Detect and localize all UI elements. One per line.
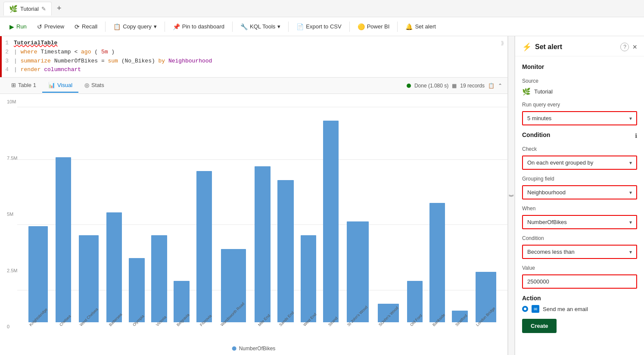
power-bi-label: Power BI: [367, 23, 390, 30]
send-email-radio[interactable]: ✉ Send me an email: [522, 305, 637, 313]
editor-collapse-arrows[interactable]: ⟫: [501, 40, 504, 48]
run-query-label: Run query every: [522, 102, 637, 108]
set-alert-button[interactable]: 🔔 Set alert: [401, 21, 440, 32]
alert-title-text: Set alert: [535, 43, 562, 51]
separator-5: [349, 22, 350, 32]
legend-dot: [232, 346, 236, 351]
legend-label: NumberOfBikes: [239, 346, 276, 352]
separator-6: [397, 22, 398, 32]
powerbi-icon: 🟡: [358, 23, 365, 30]
visual-tab-label: Visual: [57, 82, 72, 88]
tab-edit-icon[interactable]: ✎: [41, 6, 46, 12]
chart-bar: [56, 157, 72, 322]
results-status: Done (1.080 s) ▦ 19 records 📋 ⌃: [407, 83, 502, 89]
chart-bar-group: Knightsbridge: [24, 99, 52, 328]
run-query-dropdown[interactable]: 5 minutes ▾: [522, 111, 637, 125]
copy-results-icon[interactable]: 📋: [488, 83, 495, 89]
chart-bar: [151, 235, 167, 322]
chart-bar: [323, 121, 339, 322]
status-dot: [407, 84, 411, 88]
export-csv-label: Export to CSV: [306, 23, 341, 30]
separator-3: [232, 22, 233, 32]
y-label-10m: 10M: [7, 99, 17, 104]
chart-bar-group: Wandsworth Road: [215, 99, 252, 328]
chart-bar-group: Bankside: [426, 99, 448, 328]
power-bi-button[interactable]: 🟡 Power BI: [353, 21, 394, 32]
kql-tools-button[interactable]: 🔧 KQL Tools ▾: [236, 21, 285, 32]
code-line-2: 2 | where Timestamp < ago ( 5m ): [0, 48, 507, 57]
chart-bar-group: St John's Wood: [342, 99, 373, 328]
grouping-field-group: Grouping field Neighbourhood ▾: [522, 176, 637, 199]
expand-icon[interactable]: ⌃: [498, 83, 502, 89]
add-tab-button[interactable]: +: [53, 2, 65, 15]
source-box: 🌿 Tutorial: [522, 87, 637, 96]
set-alert-label: Set alert: [415, 23, 436, 30]
export-icon: 📄: [296, 23, 304, 30]
recall-button[interactable]: ⟳ Recall: [70, 21, 102, 32]
code-text-2: | where Timestamp < ago ( 5m ): [14, 48, 507, 57]
tab-table[interactable]: ⊞ Table 1: [5, 78, 42, 93]
tab-stats[interactable]: ◎ Stats: [78, 78, 110, 93]
visual-tab-icon: 📊: [48, 82, 55, 88]
chart-bar: [196, 171, 212, 322]
source-field-group: Source 🌿 Tutorial: [522, 78, 637, 96]
email-icon: ✉: [532, 305, 539, 313]
grouping-field-dropdown[interactable]: Neighbourhood ▾: [522, 185, 637, 199]
tab-visual[interactable]: 📊 Visual: [42, 78, 78, 93]
chart-bar-group: Old Ford: [404, 99, 426, 328]
condition-section: Condition ℹ: [522, 131, 637, 140]
condition-dropdown[interactable]: Becomes less than ▾: [522, 245, 637, 259]
line-num-1: 1: [0, 39, 14, 48]
separator-2: [165, 22, 165, 32]
preview-button[interactable]: ↺ Preview: [33, 21, 68, 32]
recall-icon: ⟳: [75, 23, 80, 30]
stats-tab-icon: ◎: [84, 82, 89, 88]
chart-bar-group: Mile End: [252, 99, 274, 328]
error-bar: [0, 36, 2, 77]
when-dropdown[interactable]: NumberOfBikes ▾: [522, 215, 637, 229]
code-editor[interactable]: 1 TutorialTable 2 | where Timestamp < ag…: [0, 36, 507, 78]
when-arrow: ▾: [629, 219, 632, 225]
preview-label: Preview: [44, 23, 64, 30]
copy-query-label: Copy query: [123, 23, 151, 30]
pin-dashboard-button[interactable]: 📌 Pin to dashboard: [168, 21, 229, 32]
run-button[interactable]: ▶ Run: [5, 21, 31, 32]
separator-1: [105, 22, 106, 32]
value-input[interactable]: [522, 274, 637, 289]
copy-query-button[interactable]: 📋 Copy query ▾: [109, 21, 161, 32]
kql-tools-arrow: ▾: [277, 23, 280, 30]
chart-bar: [301, 235, 317, 322]
monitor-title: Monitor: [522, 63, 637, 70]
toolbar: ▶ Run ↺ Preview ⟳ Recall 📋 Copy query ▾ …: [0, 17, 644, 36]
when-value: NumberOfBikes: [527, 219, 567, 225]
line-num-4: 4: [0, 65, 14, 75]
y-label-0: 0: [7, 324, 17, 329]
tutorial-tab[interactable]: 🌿 Tutorial ✎: [3, 2, 52, 16]
code-text-1: TutorialTable: [14, 39, 507, 48]
value-label: Value: [522, 265, 637, 271]
chart-bar-group: Stratford: [448, 99, 471, 328]
collapse-icon: ⟫: [508, 194, 514, 197]
alert-close-icon[interactable]: ×: [632, 43, 637, 52]
status-text: Done (1.080 s): [414, 83, 448, 89]
table-tab-icon: ⊞: [11, 82, 16, 88]
create-button[interactable]: Create: [522, 319, 557, 333]
grouping-field-arrow: ▾: [629, 190, 632, 196]
kql-icon: 🔧: [240, 23, 248, 30]
chart-bar: [129, 258, 145, 322]
code-line-3: 3 | summarize NumberOfBikes = sum (No_Bi…: [0, 57, 507, 66]
alert-help-icon[interactable]: ?: [620, 43, 629, 51]
grouping-field-value: Neighbourhood: [527, 189, 566, 196]
run-query-field-group: Run query every 5 minutes ▾: [522, 102, 637, 125]
condition-info-icon[interactable]: ℹ: [635, 132, 637, 139]
check-label: Check: [522, 146, 637, 152]
source-name: Tutorial: [534, 88, 553, 95]
collapse-arrow[interactable]: ⟫: [501, 40, 504, 48]
chart-bars: KnightsbridgeChelseaWest ChelseaBatterse…: [24, 99, 501, 328]
side-collapse-button[interactable]: ⟫: [508, 36, 515, 355]
monitor-section: Monitor: [522, 63, 637, 72]
check-dropdown[interactable]: On each event grouped by ▾: [522, 156, 637, 170]
preview-icon: ↺: [37, 23, 42, 30]
alert-panel: ⚡ Set alert ? × Monitor Source 🌿 Tutoria…: [515, 36, 644, 355]
export-csv-button[interactable]: 📄 Export to CSV: [292, 21, 345, 32]
